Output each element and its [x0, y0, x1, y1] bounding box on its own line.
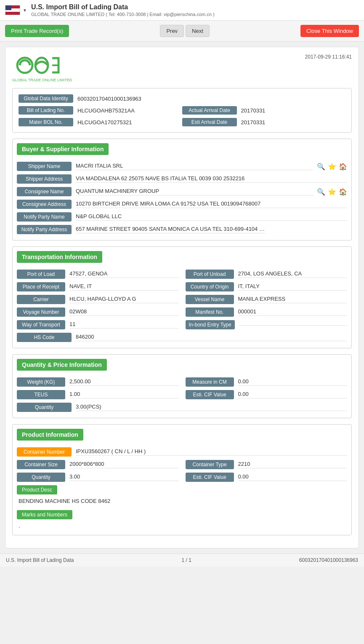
hs-code-row: HS Code 846200 [17, 331, 347, 344]
vessel-name-value: MANILA EXPRESS [238, 296, 348, 303]
logo-area: GLOBAL TRADE ONLINE LIMITED 2017-09-29 1… [12, 54, 352, 82]
hs-code-label: HS Code [17, 333, 72, 342]
hs-code-value: 846200 [76, 334, 347, 341]
carrier-label: Carrier [17, 295, 65, 304]
global-data-identity-value: 600320170401000136963 [77, 96, 141, 102]
in-bond-entry-type-label: In-bond Entry Type [186, 320, 235, 329]
quantity-value: 3.00(PCS) [76, 404, 347, 411]
port-row: Port of Load 47527, GENOA Port of Unload… [17, 268, 347, 281]
marks-and-numbers-button[interactable]: Marks and Numbers [17, 510, 72, 519]
master-bol-row: Mater BOL No. HLCUGOA170275321 Esti Arri… [19, 116, 345, 128]
vessel-name-label: Vessel Name [186, 295, 234, 304]
container-size-half: Container Size 2000*806*800 [17, 458, 179, 471]
shipper-search-icon[interactable]: 🔍 [317, 163, 325, 171]
port-of-unload-half: Port of Unload 2704, LOS ANGELES, CA [186, 268, 348, 281]
identity-box: Global Data Identity 6003201704010001369… [12, 88, 352, 133]
notify-party-address-row: Notify Party Address 657 MARINE STREET 9… [17, 223, 347, 236]
port-of-load-half: Port of Load 47527, GENOA [17, 268, 179, 281]
prev-button[interactable]: Prev [160, 25, 184, 37]
product-desc-button[interactable]: Product Desc [17, 485, 57, 494]
notify-party-address-value: 657 MARINE STREET 90405 SANTA MONICA CA … [76, 226, 265, 233]
timestamp: 2017-09-29 11:16:41 [305, 54, 352, 60]
footer-center: 1 / 1 [181, 557, 191, 563]
notify-party-address-label: Notify Party Address [17, 225, 72, 234]
carrier-half: Carrier HLCU, HAPAG-LLOYD A G [17, 293, 179, 306]
shipper-home-icon[interactable]: 🏠 [339, 163, 347, 171]
shipper-name-label: Shipper Name [17, 162, 72, 171]
marks-and-numbers-value: . [17, 521, 347, 531]
shipper-name-row: Shipper Name MACRI ITALIA SRL 🔍 ⭐ 🏠 [17, 160, 347, 173]
voyage-number-half: Voyage Number 02W08 [17, 306, 179, 318]
esti-arrival-date-value: 20170331 [241, 119, 266, 126]
consignee-address-row: Consignee Address 10270 BIRTCHER DRIVE M… [17, 198, 347, 211]
carrier-value: HLCU, HAPAG-LLOYD A G [69, 296, 179, 303]
container-type-label: Container Type [186, 460, 234, 469]
shipper-icon-group: 🔍 ⭐ 🏠 [317, 163, 347, 171]
quantity-price-header: Quantity & Price Information [17, 359, 107, 371]
bol-no-half: Bill of Lading No. HLCUGOAHB75321AA [19, 104, 182, 116]
notify-party-name-row: Notify Party Name N&P GLOBAL LLC [17, 211, 347, 223]
country-of-origin-half: Country of Origin IT, ITALY [186, 281, 348, 293]
transportation-section: Transportation Information Port of Load … [12, 246, 352, 348]
way-of-transport-value: 11 [69, 321, 179, 329]
container-number-value: IPXU3560267 ( CN / L / HH ) [76, 448, 347, 456]
master-bol-half: Mater BOL No. HLCUGOA170275321 [19, 116, 182, 128]
shipper-address-row: Shipper Address VIA MADDALENA 62 25075 N… [17, 173, 347, 185]
toolbar-left: Print Trade Record(s) [5, 25, 69, 37]
bol-no-label: Bill of Lading No. [19, 106, 73, 115]
container-type-half: Container Type 2210 [186, 458, 348, 471]
consignee-name-row: Consignee Name QUANTUM MACHINERY GROUP 🔍… [17, 185, 347, 198]
marks-and-numbers-row: Marks and Numbers [17, 508, 347, 521]
close-window-button[interactable]: Close This Window [300, 25, 359, 37]
weight-measure-row: Weight (KG) 2,500.00 Measure in CM 0.00 [17, 376, 347, 388]
product-information-header: Product Information [17, 429, 83, 441]
measure-in-cm-label: Measure in CM [186, 377, 234, 387]
container-number-button[interactable]: Container Number [17, 447, 72, 457]
master-bol-label: Mater BOL No. [19, 118, 73, 126]
consignee-star-icon[interactable]: ⭐ [328, 188, 336, 196]
top-header: ▼ U.S. Import Bill of Lading Data GLOBAL… [0, 0, 364, 21]
shipper-address-value: VIA MADDALENA 62 25075 NAVE BS ITALIA TE… [76, 175, 347, 183]
way-of-transport-label: Way of Transport [17, 320, 65, 329]
buyer-supplier-body: Shipper Name MACRI ITALIA SRL 🔍 ⭐ 🏠 Ship… [13, 158, 351, 240]
carrier-vessel-row: Carrier HLCU, HAPAG-LLOYD A G Vessel Nam… [17, 293, 347, 306]
way-of-transport-half: Way of Transport 11 [17, 318, 179, 331]
consignee-search-icon[interactable]: 🔍 [317, 188, 325, 196]
esti-arrival-date-label: Esti Arrival Date [182, 118, 237, 126]
footer-left: U.S. Import Bill of Lading Data [6, 557, 74, 563]
buyer-supplier-section: Buyer & Supplier Information Shipper Nam… [12, 139, 352, 240]
consignee-icon-group: 🔍 ⭐ 🏠 [317, 188, 347, 196]
logo-tagline: GLOBAL TRADE ONLINE LIMITED [12, 78, 72, 82]
consignee-name-label: Consignee Name [17, 187, 72, 196]
print-button[interactable]: Print Trade Record(s) [5, 25, 69, 37]
prod-quantity-half: Quantity 3.00 [17, 471, 179, 484]
quantity-price-body: Weight (KG) 2,500.00 Measure in CM 0.00 … [13, 374, 351, 418]
actual-arrival-half: Actual Arrival Date 20170331 [182, 104, 346, 116]
shipper-address-label: Shipper Address [17, 174, 72, 184]
shipper-star-icon[interactable]: ⭐ [328, 163, 336, 171]
manifest-no-half: Manifest No. 000001 [186, 306, 348, 318]
manifest-no-label: Manifest No. [186, 307, 234, 317]
port-of-load-value: 47527, GENOA [69, 270, 179, 278]
footer-right: 600320170401000136963 [299, 557, 358, 563]
transportation-header: Transportation Information [17, 251, 102, 263]
quantity-label: Quantity [17, 403, 72, 412]
master-bol-value: HLCUGOA170275321 [77, 119, 132, 126]
main-content: GLOBAL TRADE ONLINE LIMITED 2017-09-29 1… [5, 47, 359, 548]
next-button[interactable]: Next [186, 25, 210, 37]
global-data-identity-row: Global Data Identity 6003201704010001369… [19, 93, 345, 104]
container-size-label: Container Size [17, 460, 65, 469]
prod-esti-cif-label: Esti. CIF Value [186, 473, 234, 482]
bol-no-value: HLCUGOAHB75321AA [77, 107, 135, 114]
dropdown-arrow-icon[interactable]: ▼ [23, 8, 27, 13]
page-footer: U.S. Import Bill of Lading Data 1 / 1 60… [0, 553, 364, 567]
transportation-body: Port of Load 47527, GENOA Port of Unload… [13, 266, 351, 348]
consignee-home-icon[interactable]: 🏠 [339, 188, 347, 196]
in-bond-entry-type-value [239, 324, 347, 326]
voyage-number-label: Voyage Number [17, 307, 65, 317]
global-data-identity-label: Global Data Identity [19, 94, 73, 103]
container-size-value: 2000*806*800 [69, 461, 179, 468]
product-information-body: Container Number IPXU3560267 ( CN / L / … [13, 444, 351, 535]
country-of-origin-label: Country of Origin [186, 282, 234, 291]
port-of-unload-label: Port of Unload [186, 270, 234, 279]
